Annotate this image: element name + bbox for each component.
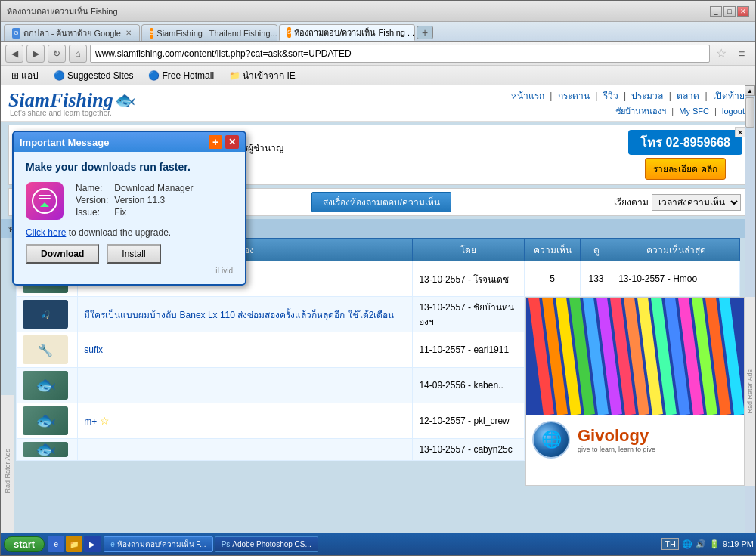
left-side-ad-text: Rad Rater Ads bbox=[4, 449, 11, 493]
user-name-link[interactable]: ชัยบ้านหนองฯ bbox=[615, 107, 666, 116]
taskbar-item-forum[interactable]: e ห้องถามตอบ/ความเห็น F... bbox=[104, 536, 212, 552]
row2-by: 13-10-2557 - ชัยบ้านหนองฯ bbox=[413, 297, 525, 332]
givology-logo-area: 🌐 Givology give to learn, learn to give bbox=[526, 415, 744, 465]
post-question-button[interactable]: ส่งเรื่องห้องถามตอบ/ความเห็น bbox=[311, 192, 451, 212]
nav-open[interactable]: เปิดท้าย bbox=[713, 91, 745, 101]
row1-latest: 13-10-2557 - Hmoo bbox=[612, 261, 740, 297]
popup-download-icon bbox=[26, 182, 64, 220]
popup-version-label: Version: bbox=[73, 194, 111, 206]
givology-brand-name: Givology bbox=[578, 426, 655, 446]
row5-title-link[interactable]: m+ bbox=[84, 416, 97, 427]
maximize-button[interactable]: □ bbox=[723, 6, 736, 17]
taskbar-item-photoshop[interactable]: Ps Adobe Photoshop CS... bbox=[215, 536, 318, 552]
tab-3-label: ห้องถามตอบ/ความเห็น Fishing ... bbox=[294, 26, 414, 39]
popup-title: Important Message bbox=[20, 137, 109, 148]
nav-info[interactable]: ประมวล bbox=[631, 91, 663, 101]
row2-title-link[interactable]: มีใครเป็นแบบผมบ้างถับ Banex Lx 110 ส่งซ่… bbox=[84, 310, 394, 320]
tab-1-favicon: G bbox=[12, 28, 20, 39]
popup-download-button[interactable]: Download bbox=[26, 244, 99, 264]
taskbar-volume-icon: 🔊 bbox=[696, 539, 706, 549]
row4-by: 14-09-2556 - kaben.. bbox=[413, 368, 525, 403]
popup-titlebar: Important Message + ✕ bbox=[14, 132, 245, 152]
popup-link-row: Click here to download the upgrade. bbox=[26, 227, 233, 238]
row5-by: 12-10-2557 - pkl_crew bbox=[413, 403, 525, 439]
pencils-svg bbox=[526, 298, 744, 415]
svg-rect-18 bbox=[39, 198, 51, 199]
bookmark-apps[interactable]: ⊞ แอป bbox=[7, 66, 43, 84]
window-controls: _ □ ✕ bbox=[710, 6, 749, 17]
col-comments: ความเห็น bbox=[525, 239, 581, 261]
suggested-icon: 🔵 bbox=[54, 70, 65, 81]
logout-link[interactable]: logout bbox=[722, 107, 745, 116]
taskbar-battery-icon: 🔋 bbox=[709, 539, 720, 549]
row5-star-icon: ☆ bbox=[100, 415, 110, 427]
tab-1-close[interactable]: ✕ bbox=[125, 29, 132, 37]
tab-2[interactable]: S SiamFishing : Thailand Fishing... ✕ bbox=[141, 24, 277, 41]
row1-comments: 5 bbox=[525, 261, 581, 297]
col-views: ดู bbox=[580, 239, 612, 261]
ad-detail-button[interactable]: รายละเอียด คลิก bbox=[645, 158, 725, 180]
start-button[interactable]: start bbox=[4, 536, 45, 552]
scroll-up-button[interactable]: ▲ bbox=[745, 85, 755, 96]
nav-home[interactable]: หน้าแรก bbox=[511, 91, 544, 101]
popup-body: Make your downloads run faster. bbox=[14, 152, 245, 284]
popup-click-here-link[interactable]: Click here bbox=[26, 227, 66, 238]
ie-icon[interactable]: e bbox=[48, 536, 64, 552]
bookmark-ie[interactable]: 📁 นำเข้าจาก IE bbox=[225, 66, 300, 84]
row4-thumbnail bbox=[23, 371, 68, 400]
minimize-button[interactable]: _ bbox=[710, 6, 722, 17]
sort-select[interactable]: เวลาส่งความเห็น bbox=[652, 194, 741, 211]
popup-close-button[interactable]: ✕ bbox=[225, 135, 239, 149]
row2-title-cell: มีใครเป็นแบบผมบ้างถับ Banex Lx 110 ส่งซ่… bbox=[78, 297, 413, 332]
bookmark-suggested[interactable]: 🔵 Suggested Sites bbox=[49, 69, 138, 82]
my-sfc-link[interactable]: My SFC bbox=[679, 107, 709, 116]
bookmark-hotmail-label: Free Hotmail bbox=[162, 70, 214, 81]
ad-cta: โทร 02-8959668 รายละเอียด คลิก bbox=[628, 130, 742, 180]
taskbar: start e 📁 ▶ e ห้องถามตอบ/ความเห็น F... P… bbox=[1, 533, 756, 555]
popup-install-button[interactable]: Install bbox=[107, 244, 160, 264]
givology-globe-icon: 🌐 bbox=[532, 421, 570, 459]
pencils-image bbox=[526, 298, 744, 415]
popup-headline: Make your downloads run faster. bbox=[26, 161, 233, 173]
row3-title-link[interactable]: sufix bbox=[84, 344, 103, 355]
popup-plus-button[interactable]: + bbox=[209, 135, 222, 149]
browser-toolbar: ◀ ▶ ↻ ⌂ ☆ ≡ bbox=[1, 42, 755, 66]
nav-board[interactable]: กระดาน bbox=[558, 91, 590, 101]
ad-phone: โทร 02-8959668 bbox=[628, 130, 742, 155]
bookmark-ie-label: นำเข้าจาก IE bbox=[243, 68, 296, 82]
taskbar-item-forum-icon: e bbox=[110, 540, 115, 548]
popup-issue-value: Fix bbox=[111, 206, 196, 218]
tab-1[interactable]: G ตกปลา - ค้นหาด้วย Google ✕ bbox=[4, 24, 140, 41]
close-button[interactable]: ✕ bbox=[737, 6, 749, 17]
bookmark-hotmail[interactable]: 🔵 Free Hotmail bbox=[144, 69, 218, 82]
scroll-thumb[interactable] bbox=[745, 97, 754, 128]
row5-title-cell: m+ ☆ bbox=[78, 403, 413, 439]
popup-buttons: Download Install bbox=[26, 244, 233, 264]
forward-button[interactable]: ▶ bbox=[26, 45, 45, 63]
row3-image-cell: 🔧 bbox=[17, 332, 78, 368]
taskbar-clock: 9:19 PM bbox=[723, 539, 754, 548]
nav-market[interactable]: ตลาด bbox=[677, 91, 699, 101]
address-bar[interactable] bbox=[90, 45, 710, 63]
menu-button[interactable]: ≡ bbox=[733, 45, 751, 63]
folder-taskbar-icon[interactable]: 📁 bbox=[66, 536, 82, 552]
row3-title-cell: sufix bbox=[78, 332, 413, 368]
folder-icon: 📁 bbox=[229, 70, 240, 81]
new-tab-button[interactable]: + bbox=[417, 26, 433, 39]
popup-version-value: Version 11.3 bbox=[111, 194, 196, 206]
popup-info-row: Name: Download Manager Version: Version … bbox=[26, 182, 233, 220]
tab-3[interactable]: S ห้องถามตอบ/ความเห็น Fishing ... ✕ bbox=[279, 24, 415, 41]
nav-review[interactable]: รีวิว bbox=[603, 91, 618, 101]
back-button[interactable]: ◀ bbox=[5, 45, 23, 63]
tab-3-favicon: S bbox=[287, 27, 291, 38]
right-side-ad-text: Rad Rater Ads bbox=[746, 369, 754, 414]
media-taskbar-icon[interactable]: ▶ bbox=[84, 536, 101, 552]
tab-bar: G ตกปลา - ค้นหาด้วย Google ✕ S SiamFishi… bbox=[1, 22, 755, 42]
refresh-button[interactable]: ↻ bbox=[48, 45, 66, 63]
ad-close-button[interactable]: ✕ bbox=[735, 127, 745, 137]
page-content: Siam Fishing 🐟 Let's share and learn tog… bbox=[1, 85, 755, 546]
home-button[interactable]: ⌂ bbox=[69, 45, 87, 63]
row3-by: 11-10-2557 - earl1911 bbox=[413, 332, 525, 368]
bookmark-star-button[interactable]: ☆ bbox=[713, 45, 730, 62]
tab-2-favicon: S bbox=[150, 28, 153, 39]
